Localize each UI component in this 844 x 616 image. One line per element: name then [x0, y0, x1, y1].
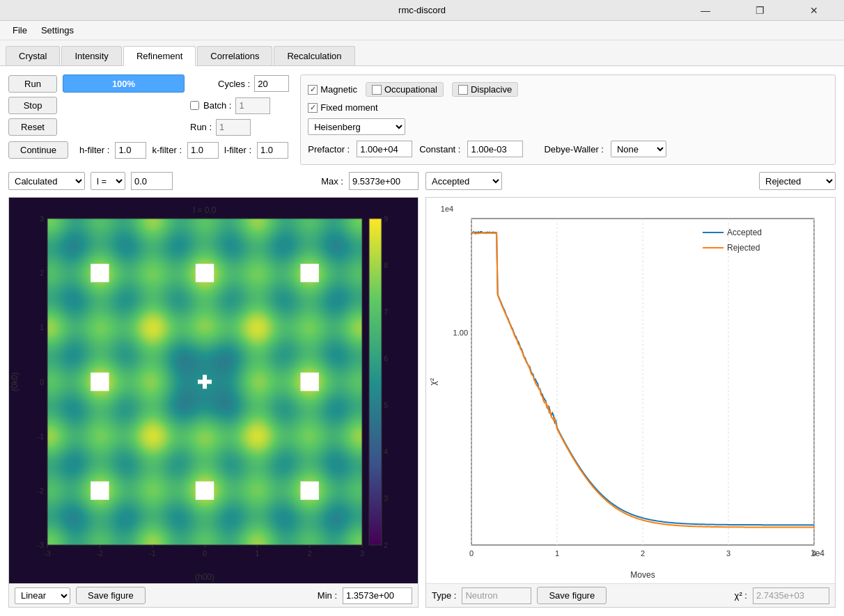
fixed-moment-checkbox[interactable] — [308, 103, 318, 113]
type-label: Type : — [432, 590, 456, 601]
magnetic-checkbox-item[interactable]: Magnetic — [308, 84, 357, 95]
tab-bar: Crystal Intensity Refinement Correlation… — [0, 40, 844, 66]
chi2-label: χ² : — [735, 590, 747, 601]
cycles-input[interactable] — [254, 75, 289, 92]
occupational-label: Occupational — [384, 84, 437, 95]
prefactor-label: Prefactor : — [308, 144, 350, 155]
continue-button[interactable]: Continue — [8, 141, 68, 159]
fixed-moment-label: Fixed moment — [320, 102, 377, 113]
tab-correlations[interactable]: Correlations — [197, 46, 272, 65]
line-chart-canvas — [426, 198, 835, 583]
debye-waller-label: Debye-Waller : — [544, 144, 603, 155]
main-content: Run 100% Cycles : Stop Batch : — [0, 66, 844, 616]
save-figure-left-button[interactable]: Save figure — [76, 587, 146, 604]
l-value-input[interactable] — [131, 172, 173, 190]
run-button[interactable]: Run — [8, 75, 57, 93]
magnetic-label: Magnetic — [320, 84, 357, 95]
reset-button[interactable]: Reset — [8, 118, 57, 136]
tab-recalculation[interactable]: Recalculation — [274, 46, 354, 65]
accepted-dropdown[interactable]: Accepted Rejected — [425, 172, 502, 190]
heatmap-canvas — [9, 198, 418, 583]
type-input[interactable] — [462, 587, 531, 604]
batch-input[interactable] — [235, 97, 270, 114]
l-operator-dropdown[interactable]: l = h = k = — [91, 172, 125, 190]
cycles-label: Cycles : — [218, 79, 250, 89]
stop-button[interactable]: Stop — [8, 97, 57, 114]
menu-file[interactable]: File — [6, 22, 34, 38]
displacive-checkbox[interactable] — [458, 85, 468, 95]
tab-crystal[interactable]: Crystal — [6, 46, 60, 65]
restore-button[interactable]: ❐ — [735, 2, 784, 19]
line-chart-container — [426, 198, 835, 583]
mode-dropdown[interactable]: Calculated Observed Difference — [8, 172, 85, 190]
lfilter-label: l-filter : — [224, 145, 251, 155]
occupational-inactive[interactable]: Occupational — [366, 82, 444, 97]
run-label2: Run : — [190, 122, 212, 132]
save-figure-right-button[interactable]: Save figure — [537, 587, 607, 604]
displacive-label: Displacive — [471, 84, 512, 95]
constant-input[interactable] — [467, 141, 523, 157]
hfilter-input[interactable] — [115, 142, 146, 159]
fixed-moment-item[interactable]: Fixed moment — [308, 102, 377, 113]
app-title: rmc-discord — [398, 5, 446, 15]
close-button[interactable]: ✕ — [790, 2, 838, 19]
lfilter-input[interactable] — [257, 142, 288, 159]
prefactor-input[interactable] — [357, 141, 412, 157]
minimize-button[interactable]: — — [681, 2, 730, 19]
max-value-input[interactable] — [349, 172, 419, 190]
chi2-input[interactable] — [753, 587, 829, 604]
rejected-dropdown[interactable]: Rejected Accepted — [759, 172, 836, 190]
debye-waller-dropdown[interactable]: None — [611, 141, 666, 157]
progress-bar: 100% — [63, 74, 185, 93]
run-input[interactable] — [216, 119, 251, 136]
min-value-input[interactable] — [343, 587, 412, 604]
window-controls: — ❐ ✕ — [681, 2, 838, 19]
tab-refinement[interactable]: Refinement — [123, 46, 196, 66]
scale-dropdown[interactable]: Linear Log — [15, 587, 70, 604]
model-dropdown[interactable]: Heisenberg Ising XY — [308, 118, 405, 135]
menu-settings[interactable]: Settings — [34, 22, 81, 38]
titlebar: rmc-discord — ❐ ✕ — [0, 0, 844, 21]
max-label: Max : — [321, 176, 343, 187]
kfilter-label: k-filter : — [152, 145, 182, 155]
constant-label: Constant : — [419, 144, 460, 155]
hfilter-label: h-filter : — [79, 145, 109, 155]
batch-checkbox[interactable] — [190, 101, 199, 110]
batch-label: Batch : — [203, 100, 231, 111]
occupational-checkbox[interactable] — [372, 85, 382, 95]
heatmap-container — [9, 198, 418, 583]
menubar: File Settings — [0, 21, 844, 40]
displacive-inactive[interactable]: Displacive — [452, 82, 518, 97]
progress-label: 100% — [112, 79, 135, 89]
min-label: Min : — [318, 590, 337, 601]
tab-intensity[interactable]: Intensity — [61, 46, 121, 65]
kfilter-input[interactable] — [187, 142, 219, 159]
magnetic-checkbox[interactable] — [308, 85, 318, 95]
